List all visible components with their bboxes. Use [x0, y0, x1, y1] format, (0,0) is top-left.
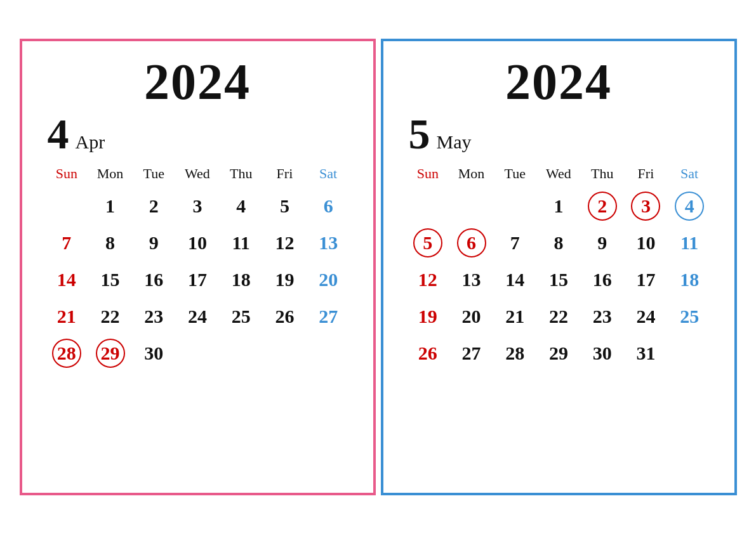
day-cell: 28 [493, 337, 537, 370]
day-header-tue: Tue [493, 166, 537, 186]
may-month-name: May [437, 131, 472, 153]
day-cell: 16 [132, 263, 176, 296]
day-cell: 30 [580, 337, 624, 370]
day-cell: 20 [307, 263, 350, 296]
day-cell: 7 [493, 226, 537, 259]
day-cell [493, 190, 537, 223]
day-cell: 17 [624, 263, 668, 296]
day-cell: 18 [668, 263, 712, 296]
calendars-wrapper: 2024 4 Apr SunMonTueWedThuFriSat12345678… [20, 39, 737, 495]
day-cell: 14 [45, 263, 89, 296]
may-month-num: 5 [409, 112, 430, 155]
april-grid: SunMonTueWedThuFriSat1234567891011121314… [45, 166, 350, 370]
day-cell: 23 [132, 300, 176, 333]
day-cell: 1 [537, 190, 581, 223]
day-header-tue: Tue [132, 166, 176, 186]
day-cell: 19 [263, 263, 307, 296]
day-header-thu: Thu [219, 166, 263, 186]
day-cell: 23 [580, 300, 624, 333]
day-cell [176, 337, 220, 370]
day-cell: 11 [219, 226, 263, 259]
may-year: 2024 [406, 56, 712, 107]
may-month-line: 5 May [409, 112, 712, 155]
day-cell: 25 [219, 300, 263, 333]
may-grid: SunMonTueWedThuFriSat1234567891011121314… [406, 166, 712, 370]
day-cell: 12 [406, 263, 450, 296]
day-cell: 20 [449, 300, 493, 333]
day-cell [219, 337, 263, 370]
day-cell: 2 [580, 190, 624, 223]
april-month-num: 4 [48, 112, 69, 155]
day-cell: 15 [88, 263, 132, 296]
day-cell: 10 [176, 226, 220, 259]
day-cell: 29 [537, 337, 581, 370]
day-cell: 4 [219, 190, 263, 223]
day-cell: 6 [307, 190, 350, 223]
day-cell [406, 190, 450, 223]
day-header-fri: Fri [624, 166, 668, 186]
day-cell: 6 [449, 226, 493, 259]
day-cell [668, 337, 712, 370]
day-header-wed: Wed [176, 166, 220, 186]
calendar-may: 2024 5 May SunMonTueWedThuFriSat12345678… [381, 39, 737, 495]
day-cell [263, 337, 307, 370]
day-cell: 14 [493, 263, 537, 296]
day-cell: 10 [624, 226, 668, 259]
day-header-mon: Mon [88, 166, 132, 186]
day-cell: 28 [45, 337, 89, 370]
day-cell: 13 [307, 226, 350, 259]
day-cell: 7 [45, 226, 89, 259]
april-month-name: Apr [76, 131, 105, 153]
day-cell: 1 [88, 190, 132, 223]
day-header-fri: Fri [263, 166, 307, 186]
day-cell: 16 [580, 263, 624, 296]
day-cell: 2 [132, 190, 176, 223]
day-header-thu: Thu [580, 166, 624, 186]
day-cell: 29 [88, 337, 132, 370]
day-cell [307, 337, 350, 370]
day-cell: 11 [668, 226, 712, 259]
day-cell: 17 [176, 263, 220, 296]
day-cell: 27 [307, 300, 350, 333]
day-cell: 13 [449, 263, 493, 296]
day-cell: 9 [580, 226, 624, 259]
day-cell: 8 [88, 226, 132, 259]
day-cell: 5 [263, 190, 307, 223]
day-cell: 25 [668, 300, 712, 333]
day-header-wed: Wed [537, 166, 581, 186]
april-year: 2024 [45, 56, 350, 107]
day-cell: 26 [263, 300, 307, 333]
day-header-sat: Sat [668, 166, 712, 186]
day-cell: 30 [132, 337, 176, 370]
day-cell: 26 [406, 337, 450, 370]
day-cell: 21 [45, 300, 89, 333]
day-cell: 4 [668, 190, 712, 223]
calendar-april: 2024 4 Apr SunMonTueWedThuFriSat12345678… [20, 39, 376, 495]
day-cell: 19 [406, 300, 450, 333]
day-cell: 5 [406, 226, 450, 259]
day-cell [45, 190, 89, 223]
april-month-line: 4 Apr [48, 112, 350, 155]
day-cell: 3 [624, 190, 668, 223]
day-cell: 3 [176, 190, 220, 223]
day-cell: 22 [537, 300, 581, 333]
day-header-sun: Sun [406, 166, 450, 186]
day-cell: 22 [88, 300, 132, 333]
day-header-sat: Sat [307, 166, 350, 186]
day-header-mon: Mon [449, 166, 493, 186]
day-cell: 24 [176, 300, 220, 333]
day-cell: 24 [624, 300, 668, 333]
day-cell: 9 [132, 226, 176, 259]
day-cell: 12 [263, 226, 307, 259]
day-header-sun: Sun [45, 166, 89, 186]
day-cell: 15 [537, 263, 581, 296]
day-cell: 18 [219, 263, 263, 296]
day-cell [449, 190, 493, 223]
day-cell: 8 [537, 226, 581, 259]
day-cell: 27 [449, 337, 493, 370]
day-cell: 21 [493, 300, 537, 333]
day-cell: 31 [624, 337, 668, 370]
